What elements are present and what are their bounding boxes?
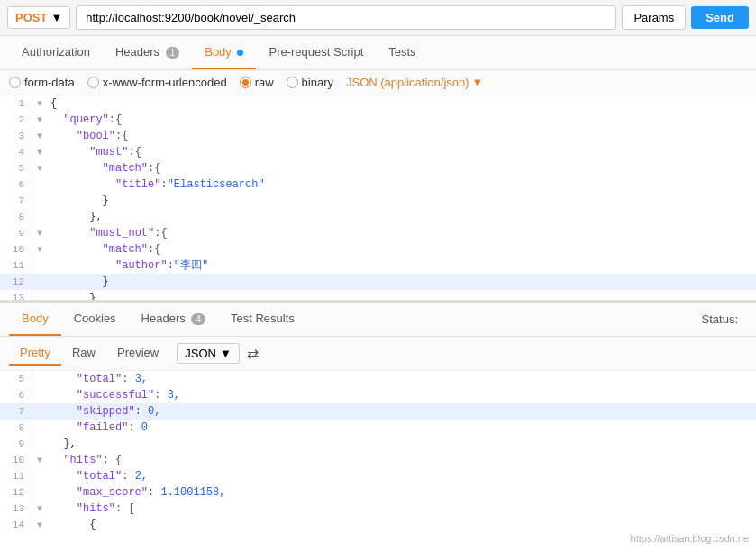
collapse-arrow[interactable]: ▼ xyxy=(32,517,47,532)
method-dropdown[interactable]: POST ▼ xyxy=(7,6,70,29)
code-line: 6 "title":"Elasticsearch" xyxy=(0,176,756,193)
form-data-option[interactable]: form-data xyxy=(9,76,75,89)
code-line: 9▼ "must_not":{ xyxy=(0,225,756,241)
line-number: 8 xyxy=(0,209,32,225)
raw-option[interactable]: raw xyxy=(240,76,274,89)
tab-tests[interactable]: Tests xyxy=(376,36,428,69)
collapse-arrow xyxy=(32,420,47,421)
line-number: 14 xyxy=(0,517,32,533)
response-line: 5 "total": 3, xyxy=(0,371,756,387)
line-number: 9 xyxy=(0,225,32,241)
line-number: 10 xyxy=(0,241,32,257)
line-content: { xyxy=(47,517,96,533)
collapse-arrow xyxy=(32,274,47,276)
line-content: "query":{ xyxy=(47,112,122,128)
line-content: "max_score": 1.1001158, xyxy=(47,484,225,501)
raw-radio[interactable] xyxy=(240,77,251,88)
collapse-arrow xyxy=(32,193,47,194)
response-line: 9 }, xyxy=(0,436,756,452)
url-input[interactable] xyxy=(76,5,616,30)
send-button[interactable]: Send xyxy=(691,6,749,29)
code-line: 13 } xyxy=(0,290,756,303)
line-number: 5 xyxy=(0,160,32,176)
line-content: } xyxy=(47,290,96,303)
collapse-arrow[interactable]: ▼ xyxy=(32,225,47,240)
chevron-down-icon: ▼ xyxy=(50,11,62,24)
line-number: 1 xyxy=(0,95,32,112)
collapse-arrow xyxy=(32,436,47,438)
response-format-select[interactable]: JSON ▼ xyxy=(177,343,240,364)
response-line: 12 "max_score": 1.1001158, xyxy=(0,484,756,501)
format-raw[interactable]: Raw xyxy=(61,341,106,366)
response-tab-headers[interactable]: Headers 4 xyxy=(129,303,218,336)
urlencoded-radio[interactable] xyxy=(87,77,99,88)
request-code-editor[interactable]: 1▼{2▼ "query":{3▼ "bool":{4▼ "must":{5▼ … xyxy=(0,95,756,303)
tab-authorization[interactable]: Authorization xyxy=(9,36,103,69)
collapse-arrow[interactable]: ▼ xyxy=(32,241,47,257)
line-content: "total": 3, xyxy=(47,371,148,387)
line-content: { xyxy=(47,95,57,112)
collapse-arrow xyxy=(32,484,47,486)
line-number: 3 xyxy=(0,128,32,144)
line-number: 13 xyxy=(0,501,32,517)
collapse-arrow xyxy=(32,257,47,259)
json-format-select[interactable]: JSON (application/json) ▼ xyxy=(346,76,483,89)
headers-badge: 1 xyxy=(166,47,180,59)
line-number: 6 xyxy=(0,387,32,403)
collapse-arrow[interactable]: ▼ xyxy=(32,144,47,159)
collapse-arrow xyxy=(32,371,47,373)
body-dot xyxy=(237,50,243,56)
form-data-radio[interactable] xyxy=(9,77,21,88)
response-headers-badge: 4 xyxy=(191,313,205,325)
line-number: 11 xyxy=(0,468,32,484)
wrap-icon[interactable]: ⇄ xyxy=(247,345,259,362)
line-number: 10 xyxy=(0,452,32,468)
format-preview[interactable]: Preview xyxy=(106,341,169,366)
collapse-arrow[interactable]: ▼ xyxy=(32,128,47,143)
response-tab-cookies[interactable]: Cookies xyxy=(61,303,129,336)
line-content: "failed": 0 xyxy=(47,420,148,436)
response-tab-test-results[interactable]: Test Results xyxy=(218,303,307,336)
binary-radio[interactable] xyxy=(287,77,298,88)
collapse-arrow[interactable]: ▼ xyxy=(32,501,47,516)
format-pretty[interactable]: Pretty xyxy=(9,341,61,366)
code-line: 11 "author":"李四" xyxy=(0,257,756,274)
radio-selected-dot xyxy=(242,79,249,86)
line-content: "match":{ xyxy=(47,160,160,176)
tab-body[interactable]: Body xyxy=(192,36,256,69)
line-content: "hits": { xyxy=(47,452,122,468)
collapse-arrow xyxy=(32,290,47,292)
tab-pre-request[interactable]: Pre-request Script xyxy=(256,36,376,69)
collapse-arrow[interactable]: ▼ xyxy=(32,452,47,467)
collapse-arrow[interactable]: ▼ xyxy=(32,160,47,176)
status-label: Status: xyxy=(702,312,747,326)
response-line: 10▼ "hits": { xyxy=(0,452,756,468)
line-number: 4 xyxy=(0,144,32,160)
method-label: POST xyxy=(15,11,47,24)
response-line: 11 "total": 2, xyxy=(0,468,756,484)
collapse-arrow[interactable]: ▼ xyxy=(32,95,47,111)
params-button[interactable]: Params xyxy=(622,5,686,30)
line-content: "must_not":{ xyxy=(47,225,168,241)
line-content: "successful": 3, xyxy=(47,387,180,403)
collapse-arrow[interactable]: ▼ xyxy=(32,112,47,127)
line-content: "must":{ xyxy=(47,144,141,160)
urlencoded-option[interactable]: x-www-form-urlencoded xyxy=(87,76,227,89)
line-number: 12 xyxy=(0,484,32,501)
request-tab-nav: Authorization Headers 1 Body Pre-request… xyxy=(0,36,756,70)
line-number: 13 xyxy=(0,290,32,303)
top-bar: POST ▼ Params Send xyxy=(0,0,756,36)
tab-headers[interactable]: Headers 1 xyxy=(103,36,192,69)
response-format-bar: Pretty Raw Preview JSON ▼ ⇄ xyxy=(0,337,756,371)
line-number: 2 xyxy=(0,112,32,128)
line-number: 11 xyxy=(0,257,32,274)
line-number: 9 xyxy=(0,436,32,452)
binary-option[interactable]: binary xyxy=(287,76,333,89)
response-tab-body[interactable]: Body xyxy=(9,303,61,336)
collapse-arrow xyxy=(32,403,47,405)
line-content: "hits": [ xyxy=(47,501,135,517)
code-line: 3▼ "bool":{ xyxy=(0,128,756,144)
chevron-down-icon: ▼ xyxy=(472,76,484,89)
line-content: "skipped": 0, xyxy=(47,403,160,420)
line-content: } xyxy=(47,193,109,209)
